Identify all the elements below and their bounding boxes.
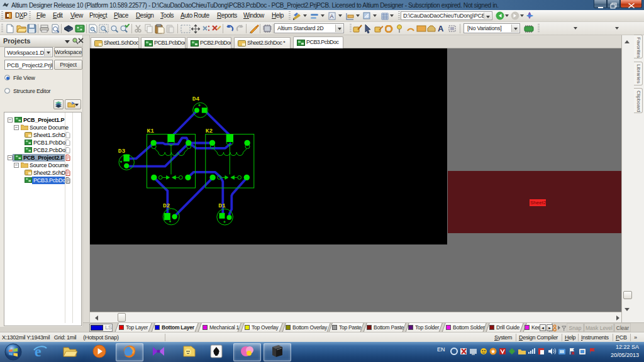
svg-text:K1: K1 [147,128,155,134]
svg-text:D4: D4 [192,96,200,102]
svg-text:D2: D2 [163,202,170,209]
svg-text:A: A [330,13,334,19]
svg-text:D3: D3 [118,148,126,155]
svg-text:K2: K2 [206,128,213,134]
svg-text:D1: D1 [218,202,226,209]
